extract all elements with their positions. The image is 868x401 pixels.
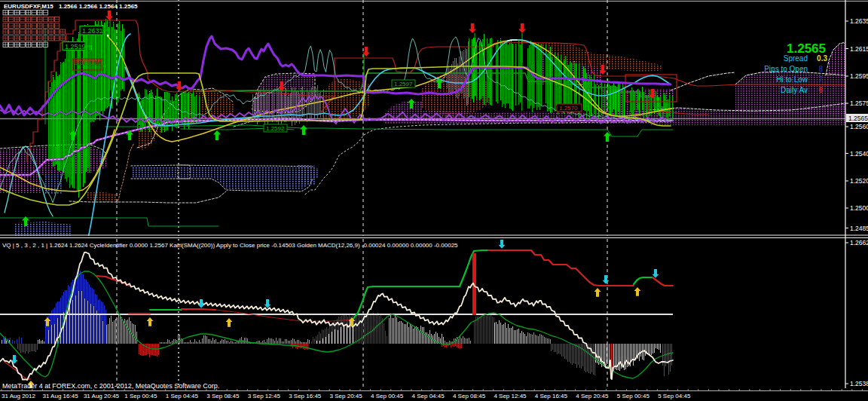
svg-text:3 Sep 08:45: 3 Sep 08:45 xyxy=(206,393,240,399)
svg-text:8: 8 xyxy=(818,65,823,73)
svg-text:7: 7 xyxy=(818,75,823,84)
svg-text:1.2631: 1.2631 xyxy=(82,27,103,35)
svg-text:1 Sep 00:45: 1 Sep 00:45 xyxy=(124,393,157,399)
svg-text:Pips to Open: Pips to Open xyxy=(764,65,808,73)
svg-text:3 Sep 12:45: 3 Sep 12:45 xyxy=(248,393,281,399)
svg-text:1.2538: 1.2538 xyxy=(850,380,868,387)
svg-text:1.2595: 1.2595 xyxy=(850,72,868,80)
svg-text:1 Sep 04:45: 1 Sep 04:45 xyxy=(166,393,199,399)
svg-text:4 Sep 08:45: 4 Sep 08:45 xyxy=(453,393,486,399)
svg-text:1.2635: 1.2635 xyxy=(850,17,868,25)
svg-text:5 Sep 04:45: 5 Sep 04:45 xyxy=(658,393,691,399)
svg-text:VQ | 5 , 3 , 2 , 1 | 1.262: VQ | 5 , 3 , 2 , 1 | 1.2624 1.2624 Cycle… xyxy=(2,242,458,249)
svg-text:1.2565: 1.2565 xyxy=(848,115,868,122)
svg-text:MetaTrader 4 at FOREX.com, c 2: MetaTrader 4 at FOREX.com, c 2001-2012, … xyxy=(2,382,219,390)
svg-text:31 Aug 20:45: 31 Aug 20:45 xyxy=(84,393,120,399)
svg-text:Daily Av: Daily Av xyxy=(781,86,808,94)
svg-text:1.2520: 1.2520 xyxy=(850,177,868,185)
svg-text:1.2575: 1.2575 xyxy=(850,99,868,107)
svg-text:1.2500: 1.2500 xyxy=(850,204,868,212)
svg-text:1.2519: 1.2519 xyxy=(65,43,86,51)
svg-text:4 Sep 12:45: 4 Sep 12:45 xyxy=(494,393,527,399)
svg-text:3 Sep 16:45: 3 Sep 16:45 xyxy=(289,393,322,399)
svg-text:4: 4 xyxy=(102,63,106,69)
svg-text:0.3: 0.3 xyxy=(817,54,827,63)
svg-text:31 Aug 16:45: 31 Aug 16:45 xyxy=(42,393,78,399)
svg-text:EURUSDFXF,M15: EURUSDFXF,M15 xyxy=(4,3,53,10)
svg-text:4 Sep 20:45: 4 Sep 20:45 xyxy=(576,393,609,399)
svg-text:4 Sep 04:45: 4 Sep 04:45 xyxy=(412,393,445,399)
svg-text:4 Sep 16:45: 4 Sep 16:45 xyxy=(535,393,568,399)
svg-text:1.2540: 1.2540 xyxy=(850,150,868,158)
svg-text:1.2662: 1.2662 xyxy=(850,239,868,246)
svg-text:Spread: Spread xyxy=(784,54,808,63)
svg-text:4 Sep 00:45: 4 Sep 00:45 xyxy=(371,393,404,399)
svg-text:31 Aug 2012: 31 Aug 2012 xyxy=(2,393,35,399)
svg-text:1.2592: 1.2592 xyxy=(266,125,285,132)
svg-text:1.2597: 1.2597 xyxy=(394,81,413,87)
svg-text:1.2566 1.2566 1.2564 1.2565: 1.2566 1.2566 1.2564 1.2565 xyxy=(59,3,138,10)
svg-text:Hi to Low: Hi to Low xyxy=(776,75,808,84)
svg-text:1.2560: 1.2560 xyxy=(850,123,868,130)
svg-text:1.2485: 1.2485 xyxy=(850,225,868,232)
svg-text:3 Sep 20:45: 3 Sep 20:45 xyxy=(330,393,363,399)
svg-text:5 Sep 00:45: 5 Sep 00:45 xyxy=(617,393,650,399)
svg-text:1.2615: 1.2615 xyxy=(850,45,868,53)
svg-text:1.2570: 1.2570 xyxy=(559,105,578,112)
svg-text:6: 6 xyxy=(818,86,823,94)
